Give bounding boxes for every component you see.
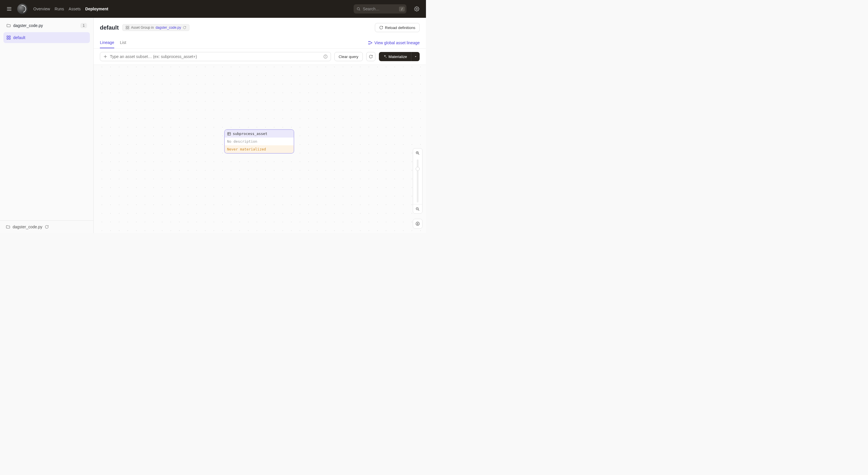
svg-line-4 (360, 10, 360, 11)
svg-line-29 (418, 154, 420, 155)
asset-group-chip: Asset Group in dagster_code.py (122, 24, 189, 31)
zoom-controls (413, 148, 423, 214)
tab-lineage[interactable]: Lineage (100, 37, 114, 48)
svg-line-33 (418, 209, 420, 210)
zoom-slider-thumb[interactable] (415, 167, 420, 171)
reload-definitions-button[interactable]: Reload definitions (375, 23, 420, 32)
sparkle-icon (383, 55, 387, 59)
materialize-button-group: Materialize (379, 52, 420, 61)
sidebar-group-default[interactable]: default (3, 32, 90, 43)
search-icon (356, 7, 361, 11)
svg-rect-12 (126, 28, 127, 29)
nav-overview[interactable]: Overview (33, 7, 50, 11)
refresh-button[interactable] (366, 52, 375, 61)
reload-icon[interactable] (45, 225, 49, 229)
sidebar-code-location-name: dagster_code.py (13, 23, 43, 28)
sidebar-footer-name: dagster_code.py (12, 225, 42, 229)
filter-icon (103, 54, 107, 59)
page-title: default (100, 24, 119, 31)
folder-icon (6, 225, 10, 229)
info-icon[interactable] (323, 54, 328, 59)
svg-rect-10 (126, 26, 127, 27)
top-header: Overview Runs Assets Deployment Search… … (0, 0, 426, 18)
nav-links: Overview Runs Assets Deployment (33, 7, 108, 11)
asset-node-name: subprocess_asset (233, 131, 267, 136)
lineage-canvas[interactable]: subprocess_asset No description Never ma… (94, 65, 426, 233)
asset-node-header: subprocess_asset (225, 130, 293, 138)
view-global-lineage-label: View global asset lineage (374, 40, 420, 45)
main-header: default Asset Group in dagster_code.py R… (94, 18, 426, 34)
svg-point-16 (371, 42, 372, 43)
asset-group-link[interactable]: dagster_code.py (156, 26, 181, 30)
sidebar-footer: dagster_code.py (0, 220, 93, 233)
view-global-lineage-link[interactable]: View global asset lineage (368, 38, 420, 48)
svg-rect-13 (128, 28, 129, 29)
menu-button[interactable] (5, 4, 14, 13)
lineage-icon (368, 40, 373, 45)
asset-node-status: Never materialized (225, 145, 293, 153)
asset-group-icon (6, 35, 11, 40)
folder-icon (6, 23, 11, 28)
asset-node-description: No description (225, 138, 293, 145)
svg-point-15 (369, 43, 369, 44)
svg-rect-8 (7, 38, 8, 39)
search-box[interactable]: Search… / (353, 4, 406, 13)
svg-rect-7 (9, 36, 10, 37)
zoom-slider-track[interactable] (417, 159, 418, 203)
asset-subset-input[interactable] (110, 54, 321, 59)
tabs-row: Lineage List View global asset lineage (94, 37, 426, 49)
zoom-in-button[interactable] (413, 148, 422, 158)
clear-query-button[interactable]: Clear query (334, 52, 363, 61)
reload-icon (369, 55, 373, 59)
download-svg-button[interactable] (413, 219, 423, 229)
asset-subset-input-wrapper (100, 52, 331, 61)
svg-rect-25 (228, 132, 231, 135)
materialize-dropdown-button[interactable] (411, 52, 420, 61)
svg-rect-11 (128, 26, 129, 27)
zoom-out-button[interactable] (413, 204, 422, 213)
tab-list[interactable]: List (120, 37, 126, 48)
sidebar-group-name: default (13, 35, 25, 40)
query-row: Clear query Materialize (94, 49, 426, 65)
svg-point-14 (369, 41, 369, 42)
materialize-label: Materialize (389, 55, 407, 59)
materialize-button[interactable]: Materialize (379, 52, 411, 61)
sidebar: dagster_code.py 1 default dagster_code.p… (0, 18, 94, 233)
reload-icon (379, 26, 383, 30)
asset-node-subprocess-asset[interactable]: subprocess_asset No description Never ma… (224, 129, 294, 154)
nav-deployment[interactable]: Deployment (85, 7, 108, 11)
search-shortcut: / (399, 7, 405, 11)
svg-point-24 (325, 56, 326, 56)
sidebar-code-location[interactable]: dagster_code.py 1 (3, 20, 90, 31)
svg-rect-6 (7, 36, 8, 37)
asset-group-prefix: Asset Group in (131, 26, 154, 30)
dagster-logo[interactable] (17, 4, 28, 14)
chevron-down-icon (414, 55, 417, 58)
settings-button[interactable] (412, 4, 422, 13)
reload-icon[interactable] (183, 26, 186, 29)
asset-group-icon (125, 26, 129, 30)
search-placeholder: Search… (363, 7, 397, 11)
sidebar-code-location-count: 1 (81, 23, 87, 28)
svg-point-3 (357, 7, 360, 10)
nav-runs[interactable]: Runs (55, 7, 64, 11)
svg-point-5 (416, 8, 417, 10)
svg-point-17 (105, 56, 106, 57)
nav-assets[interactable]: Assets (69, 7, 81, 11)
zoom-in-icon (415, 151, 420, 155)
download-icon (415, 221, 420, 226)
svg-rect-9 (9, 38, 10, 39)
menu-icon (6, 6, 12, 12)
table-icon (227, 132, 231, 136)
gear-icon (414, 6, 420, 11)
main-panel: default Asset Group in dagster_code.py R… (94, 18, 426, 233)
zoom-out-icon (415, 207, 420, 211)
reload-definitions-label: Reload definitions (385, 26, 415, 30)
